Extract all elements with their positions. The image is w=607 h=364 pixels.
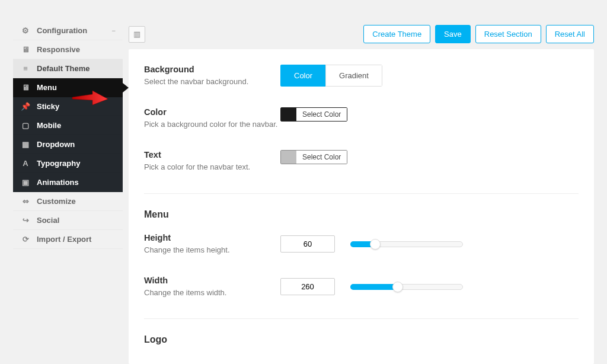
width-slider[interactable] bbox=[350, 282, 463, 292]
menu-icon: ≡ bbox=[20, 64, 31, 73]
color-picker-bg[interactable]: Select Color bbox=[280, 107, 347, 122]
code-icon: ⇔ bbox=[20, 197, 31, 206]
sidebar-item-social[interactable]: ↪ Social bbox=[13, 211, 123, 230]
mobile-icon: ▢ bbox=[20, 121, 31, 130]
sidebar-item-label: Sticky bbox=[37, 102, 116, 111]
slider-fill bbox=[350, 284, 398, 290]
sidebar-item-menu[interactable]: 🖥 Menu bbox=[13, 78, 123, 97]
sidebar-item-label: Customize bbox=[37, 197, 116, 206]
sidebar-item-configuration[interactable]: ⚙ Configuration − bbox=[13, 21, 123, 40]
topbar: ▥ Create Theme Save Reset Section Reset … bbox=[129, 21, 594, 49]
background-setting: Background Select the navbar background.… bbox=[144, 65, 579, 87]
sidebar-item-label: Animations bbox=[37, 178, 116, 187]
sidebar-item-label: Default Theme bbox=[37, 64, 116, 73]
color-swatch bbox=[281, 151, 296, 164]
save-button[interactable]: Save bbox=[435, 25, 471, 43]
reset-all-button[interactable]: Reset All bbox=[546, 25, 594, 43]
main-area: ▥ Create Theme Save Reset Section Reset … bbox=[129, 21, 594, 364]
sidebar-item-label: Dropdown bbox=[37, 140, 116, 149]
sidebar-item-label: Mobile bbox=[37, 121, 116, 130]
desktop-icon: 🖥 bbox=[20, 45, 31, 54]
toggle-option-gradient[interactable]: Gradient bbox=[325, 65, 382, 87]
gear-icon: ⚙ bbox=[20, 26, 31, 35]
sidebar-item-label: Responsive bbox=[37, 45, 116, 54]
setting-desc: Change the items width. bbox=[144, 288, 280, 298]
sidebar-item-typography[interactable]: A Typography bbox=[13, 154, 123, 173]
sidebar-item-label: Typography bbox=[37, 159, 116, 168]
setting-desc: Select the navbar background. bbox=[144, 76, 280, 87]
section-title-menu: Menu bbox=[144, 209, 579, 220]
color-setting: Color Pick a background color for the na… bbox=[144, 107, 579, 130]
sidebar-item-default-theme[interactable]: ≡ Default Theme bbox=[13, 59, 123, 78]
height-input[interactable] bbox=[280, 235, 335, 253]
setting-desc: Change the items height. bbox=[144, 245, 280, 256]
font-icon: A bbox=[20, 159, 31, 168]
sidebar-item-label: Import / Export bbox=[37, 235, 116, 244]
slider-thumb[interactable] bbox=[370, 239, 381, 250]
color-swatch bbox=[281, 108, 296, 121]
sidebar-item-animations[interactable]: ▣ Animations bbox=[13, 173, 123, 192]
setting-title: Background bbox=[144, 65, 280, 74]
desktop-icon: 🖥 bbox=[20, 83, 31, 92]
setting-title: Text bbox=[144, 150, 280, 159]
section-title-logo: Logo bbox=[144, 334, 579, 345]
sidebar-item-dropdown[interactable]: ▦ Dropdown bbox=[13, 135, 123, 154]
background-toggle: Color Gradient bbox=[280, 65, 382, 87]
width-input[interactable] bbox=[280, 278, 335, 295]
height-slider[interactable] bbox=[350, 239, 463, 250]
pin-icon: 📌 bbox=[20, 102, 31, 111]
setting-title: Color bbox=[144, 107, 280, 117]
setting-desc: Pick a background color for the navbar. bbox=[144, 119, 280, 130]
sidebar-item-label: Configuration bbox=[37, 26, 112, 35]
sidebar-item-label: Menu bbox=[37, 83, 116, 92]
sidebar-item-mobile[interactable]: ▢ Mobile bbox=[13, 116, 123, 135]
slider-thumb[interactable] bbox=[392, 282, 403, 292]
select-color-button[interactable]: Select Color bbox=[296, 108, 347, 121]
share-icon: ↪ bbox=[20, 216, 31, 225]
create-theme-button[interactable]: Create Theme bbox=[363, 25, 430, 43]
width-setting: Width Change the items width. bbox=[144, 276, 579, 298]
sidebar-item-import-export[interactable]: ⟳ Import / Export bbox=[13, 230, 123, 249]
divider bbox=[144, 318, 579, 319]
settings-panel: Background Select the navbar background.… bbox=[129, 49, 594, 364]
color-picker-text[interactable]: Select Color bbox=[280, 150, 347, 164]
barcode-icon[interactable]: ▥ bbox=[129, 26, 145, 43]
sidebar-item-label: Social bbox=[37, 216, 116, 225]
height-setting: Height Change the items height. bbox=[144, 233, 579, 256]
sidebar-item-sticky[interactable]: 📌 Sticky bbox=[13, 97, 123, 116]
setting-title: Height bbox=[144, 233, 280, 242]
minus-icon: − bbox=[112, 27, 116, 34]
sidebar: ⚙ Configuration − 🖥 Responsive ≡ Default… bbox=[13, 21, 123, 364]
setting-title: Width bbox=[144, 276, 280, 285]
text-setting: Text Pick a color for the navbar text. S… bbox=[144, 150, 579, 173]
dropdown-icon: ▦ bbox=[20, 140, 31, 149]
reset-section-button[interactable]: Reset Section bbox=[475, 25, 541, 43]
refresh-icon: ⟳ bbox=[20, 235, 31, 244]
divider bbox=[144, 193, 579, 194]
select-color-button[interactable]: Select Color bbox=[296, 151, 347, 164]
sidebar-item-customize[interactable]: ⇔ Customize bbox=[13, 192, 123, 211]
setting-desc: Pick a color for the navbar text. bbox=[144, 162, 280, 173]
sidebar-item-responsive[interactable]: 🖥 Responsive bbox=[13, 40, 123, 59]
toggle-option-color[interactable]: Color bbox=[280, 65, 325, 87]
play-icon: ▣ bbox=[20, 178, 31, 187]
